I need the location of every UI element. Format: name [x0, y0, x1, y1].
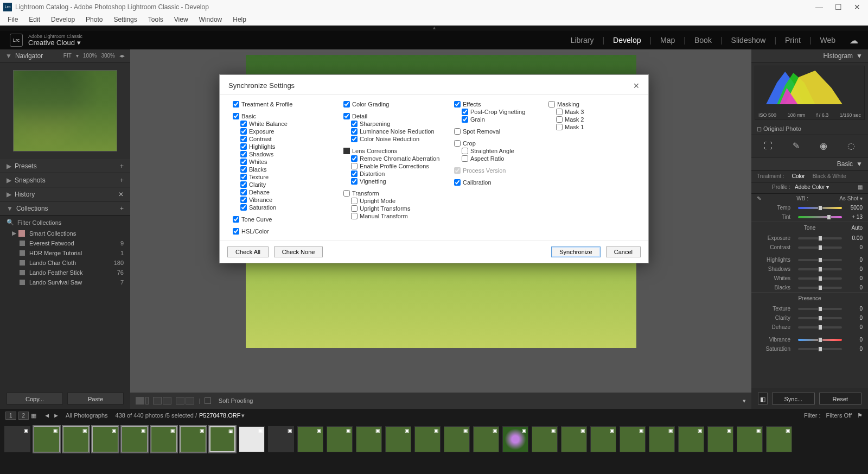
cb-transform[interactable]: Transform	[343, 189, 441, 197]
menu-tools[interactable]: Tools	[144, 15, 168, 24]
cb-spot-removal[interactable]: Spot Removal	[454, 128, 535, 135]
temp-slider[interactable]	[798, 207, 842, 209]
filmstrip-thumb[interactable]: ▣	[766, 426, 792, 452]
filmstrip-thumb[interactable]: ▣	[502, 426, 528, 452]
next-icon[interactable]: ►	[53, 412, 59, 419]
cb-masking[interactable]: Masking	[548, 100, 614, 108]
cb-saturation[interactable]: Saturation	[233, 204, 330, 211]
saturation-slider[interactable]	[798, 348, 842, 350]
menu-settings[interactable]: Settings	[109, 15, 141, 24]
filter-lock-icon[interactable]: ⚑	[857, 412, 863, 419]
copy-button[interactable]: Copy...	[7, 393, 63, 405]
filmstrip-thumb[interactable]: ▣	[327, 426, 353, 452]
filmstrip-thumb[interactable]: ▣	[34, 426, 60, 452]
reset-button[interactable]: Reset	[819, 393, 862, 405]
cb-aspect-ratio[interactable]: Aspect Ratio	[454, 155, 535, 162]
survey-view-icons[interactable]	[176, 397, 194, 405]
cb-texture[interactable]: Texture	[233, 173, 330, 181]
cb-exposure[interactable]: Exposure	[233, 128, 330, 135]
cb-effects[interactable]: Effects	[454, 100, 535, 108]
cb-manual-transform[interactable]: Manual Transform	[343, 212, 441, 220]
cb-mask-1[interactable]: Mask 1	[548, 123, 614, 131]
filmstrip-thumb[interactable]: ▣	[151, 426, 177, 452]
cb-vignetting[interactable]: Vignetting	[343, 178, 441, 185]
filmstrip-thumb[interactable]: ▣	[268, 426, 294, 452]
cb-contrast[interactable]: Contrast	[233, 135, 330, 143]
window-close[interactable]: ✕	[854, 3, 860, 11]
collection-item[interactable]: HDR Merge Tutorial1	[0, 248, 130, 258]
filmstrip-thumb-active[interactable]: ▣	[209, 426, 235, 452]
screen2-button[interactable]: 2	[18, 412, 29, 420]
zoom-100[interactable]: 100%	[83, 53, 97, 59]
filmstrip-thumb[interactable]: ▣	[649, 426, 675, 452]
menu-develop[interactable]: Develop	[47, 15, 79, 24]
menu-edit[interactable]: Edit	[24, 15, 44, 24]
basic-header[interactable]: Basic▼	[751, 157, 868, 170]
module-library[interactable]: Library	[571, 36, 594, 45]
vibrance-slider[interactable]	[798, 339, 842, 341]
whites-slider[interactable]	[798, 277, 842, 280]
heal-icon[interactable]: ✎	[789, 140, 802, 153]
wb-eyedropper-icon[interactable]: ✎	[757, 195, 761, 201]
mask-icon[interactable]: ◌	[845, 140, 858, 153]
filmstrip-thumb[interactable]: ▣	[590, 426, 616, 452]
cb-enable-profile-corrections[interactable]: Enable Profile Corrections	[343, 162, 441, 170]
cb-upright-mode[interactable]: Upright Mode	[343, 197, 441, 205]
top-panel-toggle[interactable]: ▴	[433, 24, 436, 30]
treatment-color[interactable]: Color	[792, 173, 805, 179]
dehaze-slider[interactable]	[798, 326, 842, 328]
filmstrip-thumb[interactable]: ▣	[180, 426, 206, 452]
module-slideshow[interactable]: Slideshow	[731, 36, 766, 45]
collection-item[interactable]: Everest Fatwood9	[0, 238, 130, 248]
tint-slider[interactable]	[798, 216, 842, 218]
dialog-close-icon[interactable]: ✕	[633, 81, 640, 90]
texture-slider[interactable]	[798, 308, 842, 310]
eye-icon[interactable]: ◉	[817, 140, 830, 153]
wb-select[interactable]: As Shot ▾	[839, 195, 863, 201]
cb-grain[interactable]: Grain	[454, 116, 535, 123]
cb-distortion[interactable]: Distortion	[343, 170, 441, 178]
module-develop[interactable]: Develop	[613, 36, 641, 45]
cb-treatment-profile[interactable]: Treatment & Profile	[233, 100, 330, 108]
highlights-slider[interactable]	[798, 259, 842, 261]
cancel-button[interactable]: Cancel	[606, 247, 641, 257]
grid-icon[interactable]: ▦	[31, 412, 36, 419]
auto-tone-button[interactable]: Auto	[851, 225, 863, 231]
snapshots-section[interactable]: ▶Snapshots+	[0, 173, 130, 187]
cb-color-grading[interactable]: Color Grading	[343, 100, 441, 108]
view-mode-icons[interactable]	[136, 397, 149, 405]
collection-item[interactable]: Lando Char Cloth180	[0, 258, 130, 268]
module-map[interactable]: Map	[660, 36, 675, 45]
filmstrip-thumb[interactable]: ▣	[561, 426, 587, 452]
cb-dehaze[interactable]: Dehaze	[233, 188, 330, 196]
cb-vibrance[interactable]: Vibrance	[233, 196, 330, 204]
zoom-300[interactable]: 300%	[101, 53, 115, 59]
presets-section[interactable]: ▶Presets+	[0, 159, 130, 173]
histogram[interactable]: ISO 500 108 mm f / 6.3 1/160 sec	[755, 66, 865, 120]
crop-icon[interactable]: ⛶	[762, 140, 775, 153]
cb-remove-chromatic-aberration[interactable]: Remove Chromatic Aberration	[343, 155, 441, 162]
filmstrip-thumb[interactable]: ▣	[678, 426, 704, 452]
toolbar-menu-icon[interactable]: ▾	[743, 397, 746, 405]
cb-clarity[interactable]: Clarity	[233, 181, 330, 188]
window-minimize[interactable]: —	[815, 3, 823, 11]
menu-help[interactable]: Help	[228, 15, 251, 24]
sync-button[interactable]: Sync...	[772, 393, 815, 405]
cb-crop[interactable]: Crop	[454, 140, 535, 147]
filmstrip-thumb[interactable]: ▣	[63, 426, 89, 452]
cb-sharpening[interactable]: Sharpening	[343, 120, 441, 128]
menu-window[interactable]: Window	[195, 15, 227, 24]
filmstrip-thumb[interactable]: ▣	[239, 426, 265, 452]
cloud-sync-icon[interactable]: ☁	[850, 35, 858, 46]
paste-button[interactable]: Paste	[67, 393, 124, 405]
filter-collections[interactable]: 🔍 Filter Collections	[0, 217, 130, 228]
cb-highlights[interactable]: Highlights	[233, 143, 330, 150]
filmstrip-thumb[interactable]: ▣	[444, 426, 470, 452]
history-section[interactable]: ▶History✕	[0, 187, 130, 201]
check-all-button[interactable]: Check All	[227, 247, 269, 257]
collection-smart[interactable]: ▶Smart Collections	[0, 228, 130, 238]
module-book[interactable]: Book	[694, 36, 712, 45]
cb-luminance-noise-reduction[interactable]: Luminance Noise Reduction	[343, 128, 441, 135]
cb-color-noise-reduction[interactable]: Color Noise Reduction	[343, 135, 441, 143]
cb-post-crop-vignetting[interactable]: Post-Crop Vignetting	[454, 108, 535, 116]
